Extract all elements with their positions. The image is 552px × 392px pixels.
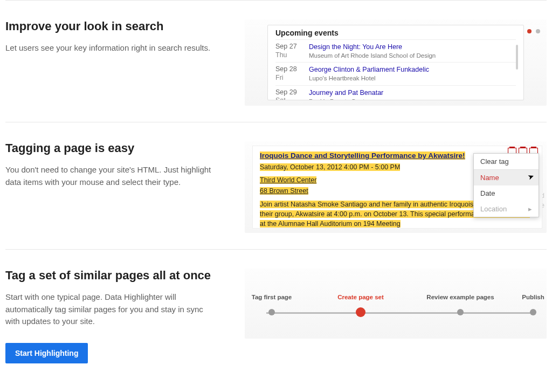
events-card: Upcoming events Sep 27 Thu Design the Ni… [267,25,524,100]
event-venue: Dunkin Donuts Center [309,98,516,100]
timeline-node [457,309,464,315]
timeline-track [266,312,536,314]
section-improve-look: Improve your look in search Let users se… [5,0,547,122]
event-date: Sep 29 Sat [275,88,309,100]
event-date-dow: Fri [275,74,309,82]
section-body: You don't need to change your site's HTM… [5,164,218,188]
event-link[interactable]: George Clinton & Parliament Funkadelic [309,65,516,74]
event-body: Journey and Pat Benatar Dunkin Donuts Ce… [309,88,516,100]
event-date-md: Sep 27 [275,43,309,51]
timeline: Tag first page Create page set Review ex… [266,304,536,325]
event-row: Sep 29 Sat Journey and Pat Benatar Dunki… [275,85,516,100]
context-menu: Clear tag Name ➤ Date Location ▸ [473,153,539,217]
timeline-node-active [356,307,365,317]
menu-item-date[interactable]: Date [474,185,539,201]
event-date: Sep 27 Thu [275,43,309,60]
event-body: George Clinton & Parliament Funkadelic L… [309,65,516,82]
submenu-arrow-icon: ▸ [528,205,532,213]
menu-item-clear-tag[interactable]: Clear tag [474,154,539,169]
event-date-dow: Thu [275,51,309,60]
timeline-step-label-active: Create page set [337,294,384,300]
carousel-dots [527,29,540,33]
timeline-step-label: Publish [522,294,544,300]
event-link[interactable]: Journey and Pat Benatar [309,88,516,98]
event-row: Sep 28 Fri George Clinton & Parliament F… [275,62,516,85]
carousel-dot-active[interactable] [527,29,532,33]
section-text: Improve your look in search Let users se… [5,19,218,106]
event-row: Sep 27 Thu Design the Night: You Are Her… [275,39,516,62]
section-title: Tag a set of similar pages all at once [5,269,218,283]
menu-item-label: Location [480,205,507,213]
event-date-md: Sep 29 [275,88,309,97]
section-body: Let users see your key information right… [5,42,218,54]
timeline-step-label: Review example pages [426,294,494,300]
event-date-dow: Sat [275,97,309,100]
event-venue: Lupo's Heartbreak Hotel [309,74,516,83]
timeline-node [268,309,275,315]
menu-item-name[interactable]: Name ➤ [474,170,539,185]
section-title: Tagging a page is easy [5,141,218,155]
timeline-graphic: Tag first page Create page set Review ex… [245,269,547,339]
start-highlighting-button[interactable]: Start Highlighting [5,343,88,363]
section-title: Improve your look in search [5,19,218,33]
events-preview-graphic: Upcoming events Sep 27 Thu Design the Ni… [245,19,547,106]
section-text: Tagging a page is easy You don't need to… [5,141,218,233]
scrollbar-thumb[interactable] [516,45,518,70]
section-tagging-easy: Tagging a page is easy You don't need to… [5,122,547,249]
menu-item-label: Name [480,174,499,182]
event-body: Design the Night: You Are Here Museum of… [309,43,516,60]
section-body: Start with one typical page. Data Highli… [5,291,218,328]
timeline-node [530,309,536,315]
events-heading: Upcoming events [275,29,516,37]
carousel-dot[interactable] [536,29,540,33]
tagging-preview-graphic: , and ance Iroquois Dance and Storytelli… [245,141,547,233]
menu-item-location[interactable]: Location ▸ [474,201,539,217]
event-date-md: Sep 28 [275,65,309,74]
event-venue: Museum of Art Rhode Island School of Des… [309,52,516,60]
section-text: Tag a set of similar pages all at once S… [5,269,218,363]
event-link[interactable]: Design the Night: You Are Here [309,43,516,52]
section-tag-set: Tag a set of similar pages all at once S… [5,249,547,380]
cursor-icon: ➤ [527,171,536,181]
timeline-step-label: Tag first page [252,294,292,300]
event-date: Sep 28 Fri [275,65,309,82]
